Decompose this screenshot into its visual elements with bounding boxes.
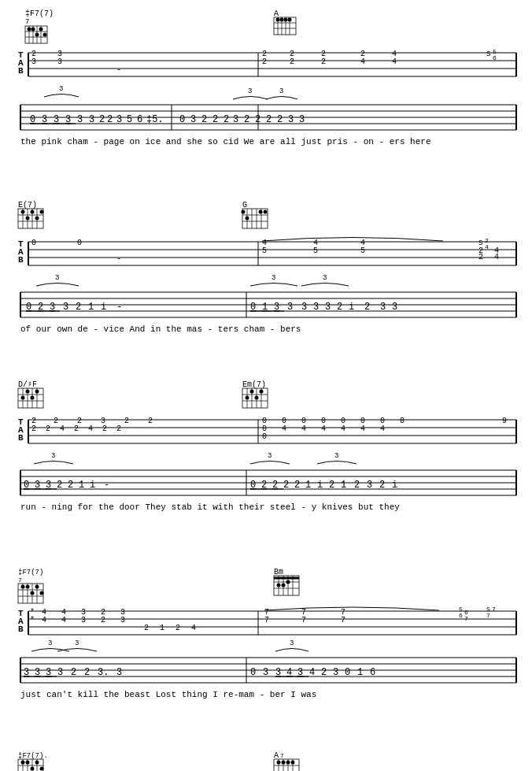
svg-point-11 (35, 33, 39, 37)
svg-text:3: 3 (380, 302, 386, 313)
svg-text:2: 2 (144, 624, 149, 632)
svg-text:4: 4 (485, 243, 489, 250)
svg-text:2: 2 (262, 57, 267, 66)
svg-text:4: 4 (282, 424, 286, 433)
svg-text:4: 4 (309, 667, 315, 678)
svg-point-199 (260, 390, 264, 394)
svg-point-23 (280, 18, 284, 22)
svg-text:2: 2 (478, 253, 483, 261)
svg-text:0: 0 (262, 432, 267, 441)
svg-text:A: A (274, 751, 279, 760)
svg-text:9: 9 (502, 417, 507, 425)
svg-text:1: 1 (160, 624, 164, 632)
svg-text:3: 3 (263, 667, 268, 678)
svg-text:0: 0 (77, 239, 82, 247)
svg-text:2: 2 (379, 480, 385, 491)
svg-text:4: 4 (60, 424, 65, 433)
svg-point-22 (276, 18, 280, 22)
svg-text:2: 2 (321, 667, 327, 678)
svg-text:run - ning for  the door    Th: run - ning for the door They stab it wit… (20, 502, 400, 512)
section-3: D/♯F Em(7) T (14, 377, 518, 562)
svg-text:4: 4 (494, 253, 499, 261)
svg-text:S: S (486, 50, 490, 58)
svg-point-395 (277, 761, 281, 765)
svg-text:3: 3 (116, 667, 122, 678)
svg-text:2: 2 (46, 424, 50, 433)
svg-text:2: 2 (124, 417, 129, 425)
svg-text:Em(7): Em(7) (242, 380, 266, 389)
svg-text:4: 4 (321, 424, 326, 433)
svg-text:just can't  kill the beast   L: just can't kill the beast Lost thing I r… (20, 690, 316, 699)
svg-text:i: i (392, 480, 397, 491)
svg-text:7: 7 (341, 616, 345, 625)
svg-point-13 (43, 33, 47, 37)
svg-text:2: 2 (57, 480, 62, 491)
svg-point-197 (250, 390, 254, 394)
svg-text:3: 3 (392, 302, 397, 313)
svg-point-198 (255, 396, 259, 400)
svg-point-185 (26, 390, 30, 394)
svg-text:7: 7 (486, 612, 490, 619)
svg-point-385 (40, 767, 44, 771)
svg-text:B: B (18, 625, 24, 634)
svg-text:3: 3 (279, 87, 283, 95)
svg-text:2: 2 (244, 114, 249, 125)
svg-text:3: 3 (301, 302, 307, 313)
svg-text:2: 2 (175, 624, 180, 632)
svg-text:3: 3 (89, 114, 94, 125)
svg-text:2: 2 (76, 302, 81, 313)
svg-text:B: B (18, 255, 24, 265)
section-1-svg: ‡F7(7) 7 A (14, 6, 518, 191)
svg-point-284 (21, 585, 25, 589)
svg-text:3: 3 (77, 114, 83, 125)
svg-text:3: 3 (272, 274, 275, 282)
svg-text:5: 5 (313, 246, 318, 255)
lyrics-1: the pink cham - page on ice and she so c… (20, 137, 431, 146)
svg-text:3: 3 (31, 57, 36, 66)
svg-text:3: 3 (313, 302, 319, 313)
svg-point-114 (264, 210, 268, 214)
svg-point-186 (31, 396, 35, 400)
svg-text:1: 1 (79, 480, 84, 491)
svg-point-112 (242, 210, 246, 214)
svg-text:4: 4 (88, 424, 93, 433)
svg-text:3.: 3. (98, 667, 109, 678)
svg-text:5: 5 (262, 246, 267, 255)
svg-text:2: 2 (68, 480, 73, 491)
svg-text:3: 3 (55, 274, 59, 282)
svg-text:3: 3 (63, 302, 68, 313)
svg-point-9 (28, 28, 31, 32)
svg-text:2: 2 (54, 417, 58, 425)
svg-text:3: 3 (287, 302, 293, 313)
svg-text:4: 4 (360, 57, 365, 66)
section-4: ‡F7(7) 7 Bm (14, 565, 518, 745)
svg-point-10 (31, 28, 35, 32)
svg-text:4: 4 (191, 624, 196, 632)
svg-point-300 (286, 580, 290, 584)
svg-text:2: 2 (266, 114, 272, 125)
svg-text:3: 3 (75, 639, 79, 647)
svg-text:3: 3 (233, 114, 238, 125)
svg-text:3: 3 (57, 57, 62, 66)
svg-text:3: 3 (268, 452, 272, 460)
section-2-svg: E(7) G (14, 198, 518, 371)
svg-point-196 (246, 396, 249, 400)
svg-text:-: - (104, 480, 109, 491)
svg-text:-: - (116, 254, 121, 263)
svg-text:G: G (242, 201, 247, 209)
section-4-svg: ‡F7(7) 7 Bm (14, 565, 518, 742)
svg-text:-: - (116, 65, 121, 74)
svg-text:i: i (101, 302, 106, 313)
svg-point-101 (31, 210, 35, 214)
svg-text:D/♯F: D/♯F (18, 380, 37, 389)
svg-point-382 (26, 761, 30, 765)
svg-text:2: 2 (337, 302, 342, 313)
svg-text:3: 3 (367, 480, 372, 491)
svg-text:3: 3 (325, 302, 331, 313)
svg-text:3: 3 (51, 452, 55, 460)
svg-text:B: B (18, 433, 24, 443)
svg-text:3: 3 (116, 114, 122, 125)
svg-text:2: 2 (116, 424, 121, 433)
svg-text:6: 6 (137, 114, 142, 125)
svg-point-286 (31, 591, 35, 595)
